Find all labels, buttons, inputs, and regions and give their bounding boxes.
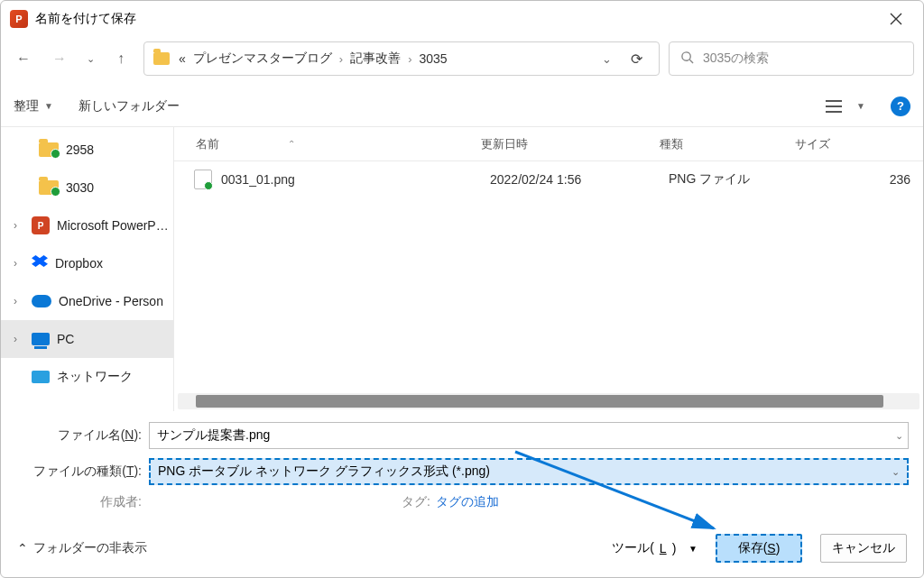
organize-menu[interactable]: 整理▼ bbox=[14, 98, 53, 115]
folder-icon bbox=[39, 180, 59, 195]
chevron-down-icon[interactable]: ⌄ bbox=[895, 430, 903, 442]
save-as-dialog: P 名前を付けて保存 ← → ⌄ ↑ « プレゼンマスターブログ › 記事改善 … bbox=[0, 0, 924, 578]
folder-icon bbox=[153, 52, 170, 65]
search-placeholder: 3035の検索 bbox=[703, 50, 769, 67]
up-button[interactable]: ↑ bbox=[107, 45, 134, 72]
tree-item-3030[interactable]: 3030 bbox=[1, 169, 173, 206]
network-icon bbox=[32, 371, 50, 383]
forward-button[interactable]: → bbox=[46, 45, 73, 72]
hide-folders-toggle[interactable]: ⌃フォルダーの非表示 bbox=[17, 540, 147, 556]
expand-icon[interactable]: › bbox=[14, 257, 24, 270]
column-headers: 名前⌃ 更新日時 種類 サイズ bbox=[174, 127, 923, 161]
tree-item-onedrive[interactable]: ›OneDrive - Person bbox=[1, 282, 173, 320]
file-row[interactable]: 0031_01.png 2022/02/24 1:56 PNG ファイル 236 bbox=[174, 161, 923, 197]
svg-point-0 bbox=[682, 52, 690, 60]
file-type: PNG ファイル bbox=[661, 171, 797, 188]
tree-item-2958[interactable]: 2958 bbox=[1, 131, 173, 169]
chevron-up-icon: ⌃ bbox=[17, 541, 28, 555]
col-type[interactable]: 種類 bbox=[652, 136, 788, 152]
tree-item-network[interactable]: ›ネットワーク bbox=[1, 358, 173, 396]
tools-menu[interactable]: ツール(L) ▼ bbox=[612, 540, 698, 556]
col-name[interactable]: 名前⌃ bbox=[174, 136, 481, 152]
expand-icon[interactable]: › bbox=[14, 295, 24, 307]
horizontal-scrollbar[interactable] bbox=[178, 393, 919, 409]
chevron-right-icon: › bbox=[408, 52, 411, 66]
window-title: 名前を付けて保存 bbox=[35, 11, 136, 27]
close-icon[interactable] bbox=[878, 1, 914, 37]
titlebar: P 名前を付けて保存 bbox=[1, 1, 923, 37]
filetype-value: PNG ポータブル ネットワーク グラフィックス形式 (*.png) bbox=[158, 463, 490, 480]
tag-label: タグ: bbox=[402, 494, 430, 510]
filetype-combo[interactable]: PNG ポータブル ネットワーク グラフィックス形式 (*.png) ⌄ bbox=[149, 458, 909, 485]
breadcrumb-2[interactable]: 記事改善 bbox=[350, 50, 401, 67]
back-button[interactable]: ← bbox=[10, 45, 37, 72]
new-folder-button[interactable]: 新しいフォルダー bbox=[79, 98, 180, 115]
dropbox-icon bbox=[32, 255, 48, 271]
file-list[interactable]: 0031_01.png 2022/02/24 1:56 PNG ファイル 236 bbox=[174, 161, 923, 393]
chevron-down-icon[interactable]: ⌄ bbox=[602, 52, 612, 66]
chevron-right-icon: › bbox=[339, 52, 343, 66]
tree-item-powerpoint[interactable]: ›PMicrosoft PowerP… bbox=[1, 206, 173, 244]
pc-icon bbox=[32, 333, 50, 345]
recent-dropdown[interactable]: ⌄ bbox=[82, 45, 98, 72]
sort-caret-icon: ⌃ bbox=[288, 139, 295, 149]
filename-label: ファイル名(N): bbox=[15, 427, 149, 444]
list-view-icon bbox=[826, 100, 842, 113]
action-bar: ⌃フォルダーの非表示 ツール(L) ▼ 保存(S) キャンセル bbox=[1, 521, 923, 577]
refresh-icon[interactable]: ⟳ bbox=[623, 50, 650, 68]
folder-tree: 2958 3030 ›PMicrosoft PowerP… ›Dropbox ›… bbox=[1, 127, 174, 411]
search-input[interactable]: 3035の検索 bbox=[669, 41, 914, 76]
breadcrumb-bar[interactable]: « プレゼンマスターブログ › 記事改善 › 3035 ⌄ ⟳ bbox=[143, 41, 660, 76]
help-icon[interactable]: ? bbox=[891, 96, 910, 116]
expand-icon[interactable]: › bbox=[14, 333, 24, 345]
tree-item-dropbox[interactable]: ›Dropbox bbox=[1, 244, 173, 282]
toolbar: 整理▼ 新しいフォルダー ▼ ? bbox=[1, 86, 923, 127]
col-size[interactable]: サイズ bbox=[788, 136, 923, 152]
breadcrumb-3[interactable]: 3035 bbox=[419, 51, 447, 66]
powerpoint-icon: P bbox=[10, 10, 28, 28]
expand-icon[interactable]: › bbox=[14, 219, 24, 232]
file-list-panel: 名前⌃ 更新日時 種類 サイズ 0031_01.png 2022/02/24 1… bbox=[174, 127, 923, 411]
tree-item-pc[interactable]: ›PC bbox=[1, 320, 173, 358]
filetype-label: ファイルの種類(T): bbox=[15, 463, 149, 480]
footer: ファイル名(N): ⌄ ファイルの種類(T): PNG ポータブル ネットワーク… bbox=[1, 411, 923, 521]
search-icon bbox=[680, 50, 694, 67]
file-name: 0031_01.png bbox=[221, 172, 490, 187]
author-label: 作成者: bbox=[15, 494, 149, 510]
save-button[interactable]: 保存(S) bbox=[716, 534, 802, 563]
nav-bar: ← → ⌄ ↑ « プレゼンマスターブログ › 記事改善 › 3035 ⌄ ⟳ … bbox=[1, 37, 923, 86]
breadcrumb-1[interactable]: プレゼンマスターブログ bbox=[193, 50, 332, 67]
file-date: 2022/02/24 1:56 bbox=[490, 172, 661, 187]
folder-icon bbox=[39, 142, 59, 157]
image-file-icon bbox=[194, 170, 212, 189]
powerpoint-icon: P bbox=[32, 216, 50, 234]
chevron-down-icon[interactable]: ⌄ bbox=[892, 466, 900, 478]
onedrive-icon bbox=[32, 295, 51, 307]
cancel-button[interactable]: キャンセル bbox=[820, 534, 907, 563]
breadcrumb-prefix: « bbox=[179, 51, 186, 66]
col-date[interactable]: 更新日時 bbox=[481, 136, 652, 152]
file-size: 236 bbox=[797, 172, 923, 187]
filename-input[interactable] bbox=[149, 422, 909, 449]
view-menu[interactable]: ▼ bbox=[826, 99, 865, 114]
add-tag-link[interactable]: タグの追加 bbox=[436, 494, 499, 510]
